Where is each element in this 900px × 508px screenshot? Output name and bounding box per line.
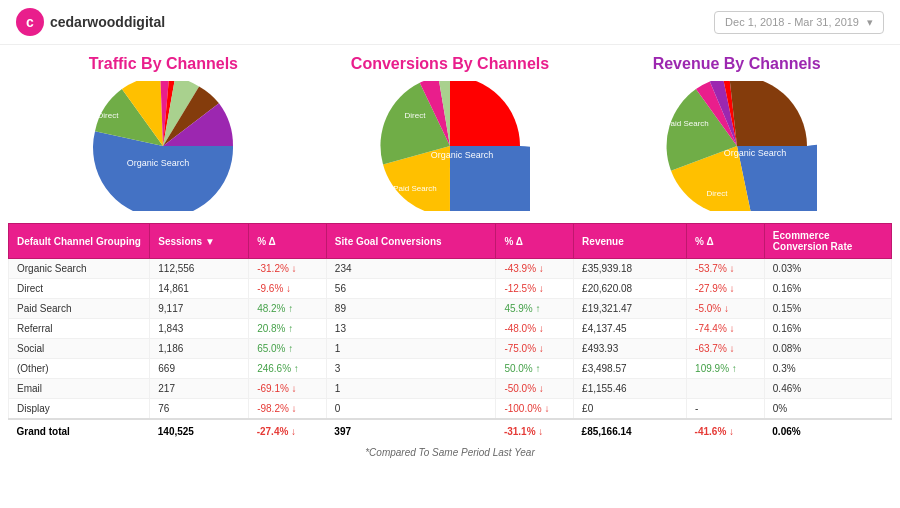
footer-conversions: 397 xyxy=(326,419,496,443)
cell-channel: Social xyxy=(9,339,150,359)
cell-channel: Display xyxy=(9,399,150,420)
cell-rev-pct: -53.7% xyxy=(687,259,765,279)
page-header: c cedarwooddigital Dec 1, 2018 - Mar 31,… xyxy=(0,0,900,45)
cell-conv-pct: 50.0% xyxy=(496,359,574,379)
cell-conversions: 56 xyxy=(326,279,496,299)
cell-ecr: 0.08% xyxy=(764,339,891,359)
cell-conv-pct: -43.9% xyxy=(496,259,574,279)
table-footnote: *Compared To Same Period Last Year xyxy=(8,443,892,462)
cell-rev-pct: -63.7% xyxy=(687,339,765,359)
cell-sessions: 217 xyxy=(150,379,249,399)
cell-sessions: 112,556 xyxy=(150,259,249,279)
date-range-text: Dec 1, 2018 - Mar 31, 2019 xyxy=(725,16,859,28)
rev-label-organic: Organic Search xyxy=(723,148,786,158)
rev-label-direct: Direct xyxy=(706,189,728,198)
table-footer-row: Grand total 140,525 -27.4% 397 -31.1% £8… xyxy=(9,419,892,443)
table-row: Social 1,186 65.0% 1 -75.0% £493.93 -63.… xyxy=(9,339,892,359)
cell-sessions: 669 xyxy=(150,359,249,379)
table-row: (Other) 669 246.6% 3 50.0% £3,498.57 109… xyxy=(9,359,892,379)
col-header-sessions[interactable]: Sessions ▼ xyxy=(150,224,249,259)
cell-sessions-pct: 246.6% xyxy=(249,359,327,379)
cell-ecr: 0.3% xyxy=(764,359,891,379)
traffic-pie-chart: Organic Search Direct xyxy=(83,81,243,211)
conv-label-paid: Paid Search xyxy=(393,184,437,193)
cell-conversions: 13 xyxy=(326,319,496,339)
footer-sessions: 140,525 xyxy=(150,419,249,443)
conv-slice-social xyxy=(450,81,520,146)
cell-sessions-pct: -69.1% xyxy=(249,379,327,399)
footer-sessions-pct: -27.4% xyxy=(249,419,327,443)
conv-label-direct: Direct xyxy=(405,111,427,120)
revenue-pie-chart: Organic Search Direct Paid Search xyxy=(657,81,817,211)
traffic-label-organic: Organic Search xyxy=(127,158,190,168)
cell-sessions-pct: 65.0% xyxy=(249,339,327,359)
table-body: Organic Search 112,556 -31.2% 234 -43.9%… xyxy=(9,259,892,420)
traffic-chart-container: Traffic By Channels Organic Search Direc… xyxy=(20,55,307,213)
table-row: Paid Search 9,117 48.2% 89 45.9% £19,321… xyxy=(9,299,892,319)
cell-sessions: 1,186 xyxy=(150,339,249,359)
cell-channel: (Other) xyxy=(9,359,150,379)
col-header-conv-pct: % Δ xyxy=(496,224,574,259)
col-header-revenue: Revenue xyxy=(574,224,687,259)
company-logo: c cedarwooddigital xyxy=(16,8,165,36)
col-header-rev-pct: % Δ xyxy=(687,224,765,259)
rev-label-paid: Paid Search xyxy=(665,119,709,128)
cell-conversions: 1 xyxy=(326,339,496,359)
cell-revenue: £493.93 xyxy=(574,339,687,359)
footer-revenue: £85,166.14 xyxy=(574,419,687,443)
date-range-picker[interactable]: Dec 1, 2018 - Mar 31, 2019 ▾ xyxy=(714,11,884,34)
cell-rev-pct: -27.9% xyxy=(687,279,765,299)
cell-sessions-pct: 20.8% xyxy=(249,319,327,339)
company-name: cedarwooddigital xyxy=(50,14,165,30)
cell-sessions: 9,117 xyxy=(150,299,249,319)
charts-section: Traffic By Channels Organic Search Direc… xyxy=(0,45,900,223)
col-header-ecr: Ecommerce Conversion Rate xyxy=(764,224,891,259)
conversions-pie-chart: Organic Search Paid Search Direct xyxy=(370,81,530,211)
cell-channel: Email xyxy=(9,379,150,399)
conv-label-organic: Organic Search xyxy=(431,150,494,160)
table-row: Direct 14,861 -9.6% 56 -12.5% £20,620.08… xyxy=(9,279,892,299)
cell-rev-pct: -74.4% xyxy=(687,319,765,339)
cell-sessions-pct: -9.6% xyxy=(249,279,327,299)
cell-revenue: £3,498.57 xyxy=(574,359,687,379)
traffic-label-direct: Direct xyxy=(98,111,120,120)
table-row: Email 217 -69.1% 1 -50.0% £1,155.46 0.46… xyxy=(9,379,892,399)
cell-conversions: 89 xyxy=(326,299,496,319)
cell-rev-pct: - xyxy=(687,399,765,420)
cell-rev-pct: -5.0% xyxy=(687,299,765,319)
cell-ecr: 0.16% xyxy=(764,319,891,339)
footer-ecr: 0.06% xyxy=(764,419,891,443)
cell-sessions: 76 xyxy=(150,399,249,420)
footer-rev-pct: -41.6% xyxy=(687,419,765,443)
traffic-chart-title: Traffic By Channels xyxy=(20,55,307,73)
table-row: Referral 1,843 20.8% 13 -48.0% £4,137.45… xyxy=(9,319,892,339)
cell-channel: Referral xyxy=(9,319,150,339)
rev-slice-email xyxy=(729,81,807,146)
cell-ecr: 0.16% xyxy=(764,279,891,299)
cell-ecr: 0.46% xyxy=(764,379,891,399)
cell-conv-pct: -48.0% xyxy=(496,319,574,339)
col-header-sessions-pct: % Δ xyxy=(249,224,327,259)
cell-sessions-pct: -98.2% xyxy=(249,399,327,420)
cell-revenue: £4,137.45 xyxy=(574,319,687,339)
col-header-channel: Default Channel Grouping xyxy=(9,224,150,259)
cell-channel: Paid Search xyxy=(9,299,150,319)
cell-rev-pct: 109.9% xyxy=(687,359,765,379)
cell-revenue: £35,939.18 xyxy=(574,259,687,279)
logo-icon: c xyxy=(16,8,44,36)
cell-conversions: 3 xyxy=(326,359,496,379)
cell-channel: Organic Search xyxy=(9,259,150,279)
cell-sessions: 14,861 xyxy=(150,279,249,299)
dropdown-arrow: ▾ xyxy=(867,16,873,29)
table-header-row: Default Channel Grouping Sessions ▼ % Δ … xyxy=(9,224,892,259)
cell-rev-pct xyxy=(687,379,765,399)
cell-conversions: 234 xyxy=(326,259,496,279)
conversions-chart-container: Conversions By Channels Organic Search P… xyxy=(307,55,594,213)
cell-revenue: £20,620.08 xyxy=(574,279,687,299)
cell-conv-pct: -100.0% xyxy=(496,399,574,420)
cell-revenue: £0 xyxy=(574,399,687,420)
cell-conv-pct: -12.5% xyxy=(496,279,574,299)
table-row: Display 76 -98.2% 0 -100.0% £0 - 0% xyxy=(9,399,892,420)
cell-conversions: 0 xyxy=(326,399,496,420)
cell-revenue: £1,155.46 xyxy=(574,379,687,399)
